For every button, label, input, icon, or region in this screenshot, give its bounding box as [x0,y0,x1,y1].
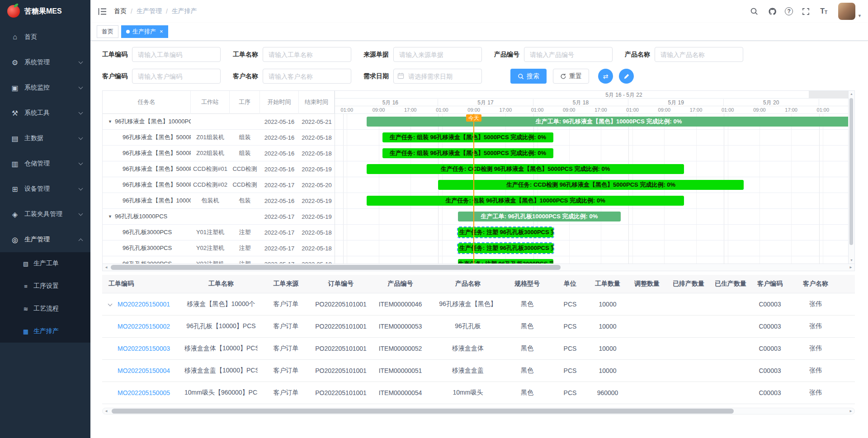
gantt-vscroll-track[interactable] [849,97,854,257]
orders-body: MO202205150001移液盒【黑色】10000个客户订单PO2022051… [102,293,855,404]
sidebar-item-首页[interactable]: ⌂首页 [0,24,90,50]
gantt-vertical-scrollbar[interactable]: ▲ ▼ [848,91,854,264]
scroll-left-icon[interactable]: ◄ [103,265,110,269]
question-icon[interactable]: ? [785,7,793,15]
sidebar-item-主数据[interactable]: ▤主数据 [0,126,90,151]
input-工单名称[interactable] [263,47,351,62]
scroll-right-icon[interactable]: ► [847,409,854,413]
workorder-code-link[interactable]: MO202205150005 [118,389,170,396]
gantt-grid-row[interactable]: ▼96孔孔板10000PCS2022-05-172022-05-19 [103,209,335,225]
gear-icon: ⚙ [10,58,20,67]
sidebar-item-生产工单[interactable]: ▧生产工单 [0,252,90,275]
sidebar-toggle-icon[interactable] [90,6,114,17]
gantt-grid-row[interactable]: 96孔移液盒【黑色】10000PCS包装机包装2022-05-162022-05… [103,193,335,209]
gantt-grid-row[interactable]: 96孔移液盒【黑色】5000PCSCCD检测#02CCD检测2022-05-17… [103,177,335,193]
task-bar[interactable]: 生产任务: 注塑 96孔孔板3000PCS 完成比例: 0% [458,227,553,237]
gantt-vscroll-thumb[interactable] [849,98,853,245]
github-icon[interactable] [767,5,778,17]
workstation-cell: CCD检测#01 [191,165,230,173]
workorder-code-link[interactable]: MO202205150002 [118,323,170,330]
table-row[interactable]: MO20220515000510mm吸头【960000】PCS客户订单PO202… [102,381,855,404]
workorder-code-link[interactable]: MO202205150004 [118,367,170,374]
edit-button[interactable] [619,69,634,84]
gantt-grid-row[interactable]: 96孔孔板3000PCSY01注塑机注塑2022-05-172022-05-18 [103,225,335,240]
sidebar-item-生产管理[interactable]: ◎生产管理 [0,227,90,252]
task-bar[interactable]: 生产任务: 组装 96孔移液盒【黑色】5000PCS 完成比例: 0% [382,148,553,158]
workorder-code-link[interactable]: MO202205150001 [118,301,170,308]
table-row[interactable]: MO202205150001移液盒【黑色】10000个客户订单PO2022051… [102,293,855,315]
input-工单编码[interactable] [132,47,221,62]
tab-首页[interactable]: 首页 [97,25,118,38]
input-产品编号[interactable] [524,47,613,62]
input-客户编码[interactable] [132,69,221,84]
orders-header-工单编码: 工单编码 [102,275,184,293]
sidebar-item-生产排产[interactable]: ▦生产排产 [0,320,90,343]
reset-button[interactable]: 重置 [553,69,589,84]
gantt-grid-row[interactable]: ▼96孔移液盒【黑色】10000PCS2022-05-162022-05-21 [103,114,335,130]
workorder-bar[interactable]: 生产工单: 96孔孔板10000PCS 完成比例: 0% [458,212,621,221]
table-cell: PO202205101001 [314,359,368,381]
device-icon: ⊞ [10,185,20,193]
app-logo[interactable]: 苦糖果MES [0,0,90,23]
table-hscroll-track[interactable] [110,408,847,414]
master-data-icon: ▤ [10,134,20,143]
table-cell: 客户订单 [258,315,314,337]
table-hscroll-thumb[interactable] [112,409,734,414]
table-horizontal-scrollbar[interactable]: ◄ ► [102,408,855,414]
gantt-hscroll-thumb[interactable] [111,265,561,270]
task-bar[interactable]: 生产任务: 注塑 96孔孔板3000PCS 完成比例: 0% [458,243,553,253]
expand-row-icon[interactable] [108,301,113,306]
scroll-right-icon[interactable]: ► [847,265,854,269]
task-bar[interactable]: 生产任务: 包装 96孔移液盒【黑色】10000PCS 完成比例: 0% [367,196,684,206]
gantt-grid-row[interactable]: 96孔移液盒【黑色】5000PCSZ01组装机组装2022-05-162022-… [103,130,335,146]
sidebar-item-工艺流程[interactable]: ≋工艺流程 [0,297,90,320]
gantt-grid-row[interactable]: 96孔移液盒【黑色】5000PCSCCD检测#01CCD检测2022-05-16… [103,161,335,177]
gantt-horizontal-scrollbar[interactable]: ◄ ► [102,264,855,271]
scroll-down-icon[interactable]: ▼ [850,257,853,264]
font-size-icon[interactable]: TT [818,5,829,17]
input-来源单据[interactable] [393,47,482,62]
chevron-down-icon [79,160,83,165]
demand-date-input[interactable] [393,69,482,84]
scroll-up-icon[interactable]: ▲ [850,91,853,97]
table-row[interactable]: MO202205150003移液盒盒体【10000】PCS客户订单PO20220… [102,337,855,359]
search-icon[interactable] [749,5,760,17]
workorder-code-link[interactable]: MO202205150003 [118,345,170,352]
gantt-hscroll-track[interactable] [110,264,847,271]
workorder-bar[interactable]: 生产工单: 96孔移液盒【黑色】10000PCS 完成比例: 0% [367,117,848,127]
user-avatar[interactable]: ▼ [838,3,862,20]
sidebar-item-系统管理[interactable]: ⚙系统管理 [0,50,90,75]
task-bar[interactable]: 生产任务: 注塑 96孔孔板3000PCS 完成比例: 0% [458,259,553,264]
close-icon[interactable]: × [160,28,163,35]
collapse-icon[interactable]: ▼ [108,214,112,219]
breadcrumb-item[interactable]: 生产管理 [137,7,162,15]
fullscreen-icon[interactable] [800,5,811,17]
tab-生产排产[interactable]: 生产排产× [121,25,168,38]
table-row[interactable]: MO20220515000296孔孔板【10000】PCS客户订单PO20220… [102,315,855,337]
task-bar[interactable]: 生产任务: CCD检测 96孔移液盒【黑色】5000PCS 完成比例: 0% [367,164,684,174]
workorder-icon: ▧ [22,260,30,267]
task-bar[interactable]: 生产任务: CCD检测 96孔移液盒【黑色】5000PCS 完成比例: 0% [438,180,744,190]
sidebar-item-工装夹具管理[interactable]: ◈工装夹具管理 [0,202,90,227]
input-客户名称[interactable] [263,69,351,84]
collapse-icon[interactable]: ▼ [108,119,112,124]
sidebar-item-系统工具[interactable]: ⚒系统工具 [0,100,90,126]
input-产品名称[interactable] [655,47,743,62]
sidebar: 苦糖果MES ⌂首页⚙系统管理▣系统监控⚒系统工具▤主数据▥仓储管理⊞设备管理◈… [0,0,90,438]
sidebar-item-系统监控[interactable]: ▣系统监控 [0,75,90,100]
task-name: 96孔孔板10000PCS [115,212,167,221]
scroll-left-icon[interactable]: ◄ [103,409,110,413]
table-row[interactable]: MO202205150004移液盒盒盖【10000】PCS客户订单PO20220… [102,359,855,381]
refresh-gantt-button[interactable]: ⇄ [598,69,613,84]
gantt-grid-row[interactable]: 96孔孔板3000PCSY03注塑机注塑2022-05-172022-05-18 [103,256,335,264]
sidebar-item-工序设置[interactable]: ≡工序设置 [0,275,90,297]
sidebar-item-设备管理[interactable]: ⊞设备管理 [0,176,90,202]
gantt-grid-row[interactable]: 96孔孔板3000PCSY02注塑机注塑2022-05-172022-05-18 [103,240,335,256]
breadcrumb-item[interactable]: 生产排产 [172,7,197,15]
field-label: 客户编码 [102,72,127,80]
task-bar[interactable]: 生产任务: 组装 96孔移液盒【黑色】5000PCS 完成比例: 0% [382,132,553,142]
gantt-grid-row[interactable]: 96孔移液盒【黑色】5000PCSZ02组装机组装2022-05-162022-… [103,146,335,161]
search-button[interactable]: 搜索 [510,69,547,84]
breadcrumb-item[interactable]: 首页 [114,7,127,15]
sidebar-item-仓储管理[interactable]: ▥仓储管理 [0,151,90,176]
